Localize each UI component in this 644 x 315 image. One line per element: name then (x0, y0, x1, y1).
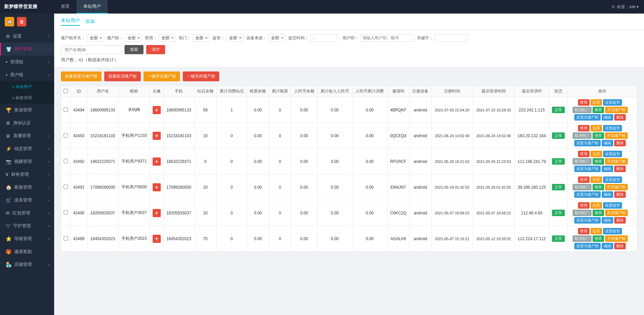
action-set-zombie-btn[interactable]: 设置为僵尸粉 (574, 191, 601, 198)
row-checkbox[interactable] (64, 185, 68, 189)
clear-button[interactable]: 清空 (146, 45, 165, 54)
action-disable-btn[interactable]: 禁用 (578, 125, 590, 131)
action-blacklist-btn[interactable]: 拉黑 (591, 125, 602, 131)
action-delete-btn[interactable]: 删除 (614, 191, 626, 198)
search-button[interactable]: 搜索 (125, 45, 143, 54)
zombie-select[interactable]: 全部 (125, 34, 142, 42)
action-set-zombie-btn[interactable]: 设置为僵尸粉 (574, 243, 601, 249)
action-edit-btn[interactable]: 编辑 (602, 217, 613, 224)
sidebar-item-finance[interactable]: ¥ 财务管理 › (0, 168, 54, 181)
sidebar-item-settings[interactable]: ⚙ 设置 › (0, 30, 54, 43)
one-click-open-zombie-btn[interactable]: 一键开启僵尸粉 (143, 71, 180, 81)
action-delete-btn[interactable]: 删除 (614, 166, 626, 172)
sidebar-sub-item-tag-management[interactable]: » 标签管理 (0, 92, 54, 104)
delete-quick-btn[interactable]: 🗑 (17, 17, 26, 26)
action-recommend-btn[interactable]: 推荐 (593, 132, 604, 139)
action-edit-btn[interactable]: 编辑 (602, 166, 613, 172)
action-blacklist-btn[interactable]: 拉黑 (591, 228, 602, 234)
action-set-zombie-btn[interactable]: 设置为僵尸粉 (574, 114, 601, 121)
sidebar-item-video[interactable]: 📷 视频管理 › (0, 155, 54, 168)
action-edit-btn[interactable]: 编辑 (602, 243, 613, 249)
sidebar-item-live[interactable]: 🖥 直播管理 › (0, 129, 54, 142)
action-disable-btn[interactable]: 禁用 (578, 99, 590, 106)
sidebar-sub-item-site-users[interactable]: » 本站用户 (0, 81, 54, 92)
action-delete-btn[interactable]: 删除 (614, 243, 626, 249)
action-edit-btn[interactable]: 编辑 (602, 191, 613, 198)
action-set-super-btn[interactable]: 设置超管 (603, 99, 622, 106)
action-disable-btn[interactable]: 禁用 (578, 202, 590, 209)
action-open-zombie-btn[interactable]: 开启僵尸粉 (605, 235, 628, 242)
action-set-zombie-btn[interactable]: 设置为僵尸粉 (574, 217, 601, 224)
action-open-zombie-btn[interactable]: 开启僵尸粉 (605, 158, 628, 165)
page-header-add-link[interactable]: 添加 (85, 19, 95, 25)
one-click-close-zombie-btn[interactable]: 一键关闭僵尸粉 (183, 71, 219, 81)
sidebar-item-family[interactable]: 🏠 家族管理 › (0, 181, 54, 194)
search-input[interactable] (61, 45, 122, 54)
sidebar-item-level[interactable]: ⭐ 等级管理 › (0, 232, 54, 245)
sidebar-item-admin-group[interactable]: • 管理组 › (0, 56, 54, 68)
action-edit-btn[interactable]: 编辑 (602, 114, 613, 121)
action-disable-btn[interactable]: 禁用 (578, 176, 590, 183)
action-set-super-btn[interactable]: 设置超管 (603, 228, 622, 234)
action-open-zombie-btn[interactable]: 开启僵尸粉 (605, 210, 628, 216)
device-select[interactable]: 全部 (268, 34, 286, 42)
action-delete-btn[interactable]: 删除 (614, 114, 626, 121)
row-checkbox[interactable] (64, 107, 68, 112)
action-disable-btn[interactable]: 禁用 (578, 228, 590, 234)
action-cancel-hot-btn[interactable]: 取消热门 (573, 210, 592, 216)
action-cancel-hot-btn[interactable]: 取消热门 (573, 107, 592, 113)
action-disable-btn[interactable]: 禁用 (578, 151, 590, 157)
row-checkbox[interactable] (64, 133, 68, 138)
action-set-zombie-btn[interactable]: 设置为僵尸粉 (574, 166, 601, 172)
action-recommend-btn[interactable]: 推荐 (593, 235, 604, 242)
hot-select[interactable]: 全部 (192, 34, 210, 42)
action-edit-btn[interactable]: 编辑 (602, 140, 613, 146)
action-recommend-btn[interactable]: 推荐 (593, 158, 604, 165)
action-set-super-btn[interactable]: 设置超管 (603, 125, 622, 131)
action-cancel-hot-btn[interactable]: 取消热门 (573, 158, 592, 165)
action-set-super-btn[interactable]: 设置超管 (603, 176, 622, 183)
sidebar-item-shop[interactable]: 🏪 店铺管理 › (0, 258, 54, 271)
row-checkbox[interactable] (64, 210, 68, 215)
sidebar-item-guard[interactable]: 🛡 守护管理 › (0, 219, 54, 232)
row-checkbox[interactable] (64, 236, 68, 240)
action-cancel-hot-btn[interactable]: 取消热门 (573, 184, 592, 190)
keyword-input[interactable] (435, 34, 468, 42)
super-admin-select[interactable]: 全部 (226, 34, 244, 42)
action-blacklist-btn[interactable]: 拉黑 (591, 202, 602, 209)
action-delete-btn[interactable]: 删除 (614, 140, 626, 146)
action-open-zombie-btn[interactable]: 开启僵尸粉 (605, 107, 628, 113)
action-set-super-btn[interactable]: 设置超管 (603, 151, 622, 157)
nav-tab-home[interactable]: 首页 (54, 0, 76, 14)
user-id-input[interactable] (360, 34, 414, 42)
action-delete-btn[interactable]: 删除 (614, 217, 626, 224)
submit-time-start[interactable] (310, 34, 337, 42)
action-cancel-hot-btn[interactable]: 取消热门 (573, 235, 592, 242)
zombie-switch-select[interactable]: 全部 (87, 34, 104, 42)
sidebar-item-user-management[interactable]: 👕 用户管理 › (0, 43, 54, 56)
bulk-set-zombie-btn[interactable]: 批量设置为僵尸粉 (61, 71, 102, 81)
action-blacklist-btn[interactable]: 拉黑 (591, 151, 602, 157)
home-quick-btn[interactable]: 🏠 (5, 17, 14, 26)
action-open-zombie-btn[interactable]: 开启僵尸粉 (605, 184, 628, 190)
action-recommend-btn[interactable]: 推荐 (593, 184, 604, 190)
action-recommend-btn[interactable]: 推荐 (593, 107, 604, 113)
disabled-select[interactable]: 全部 (158, 34, 176, 42)
sidebar-item-user-group[interactable]: • 用户组 › (0, 68, 54, 81)
action-cancel-hot-btn[interactable]: 取消热门 (573, 132, 592, 139)
action-recommend-btn[interactable]: 推荐 (593, 210, 604, 216)
action-blacklist-btn[interactable]: 拉黑 (591, 99, 602, 106)
page-header-tab-users[interactable]: 本站用户 (61, 18, 80, 26)
sidebar-item-props[interactable]: 🛒 道具管理 › (0, 194, 54, 207)
action-open-zombie-btn[interactable]: 开启僵尸粉 (605, 132, 628, 139)
action-set-super-btn[interactable]: 设置超管 (603, 202, 622, 209)
row-checkbox[interactable] (64, 159, 68, 163)
sidebar-item-invite-reward[interactable]: 🎁 邀请奖励 (0, 245, 54, 258)
action-set-zombie-btn[interactable]: 设置为僵尸粉 (574, 140, 601, 146)
sidebar-item-dynamic[interactable]: ⚡ 动态管理 › (0, 142, 54, 155)
bulk-cancel-zombie-btn[interactable]: 批量取消僵尸粉 (104, 71, 141, 81)
select-all-checkbox[interactable] (64, 89, 68, 93)
sidebar-item-redpacket[interactable]: ✉ 红包管理 › (0, 207, 54, 219)
action-blacklist-btn[interactable]: 拉黑 (591, 176, 602, 183)
sidebar-item-prize-pool[interactable]: 🏆 奖池管理 (0, 104, 54, 117)
